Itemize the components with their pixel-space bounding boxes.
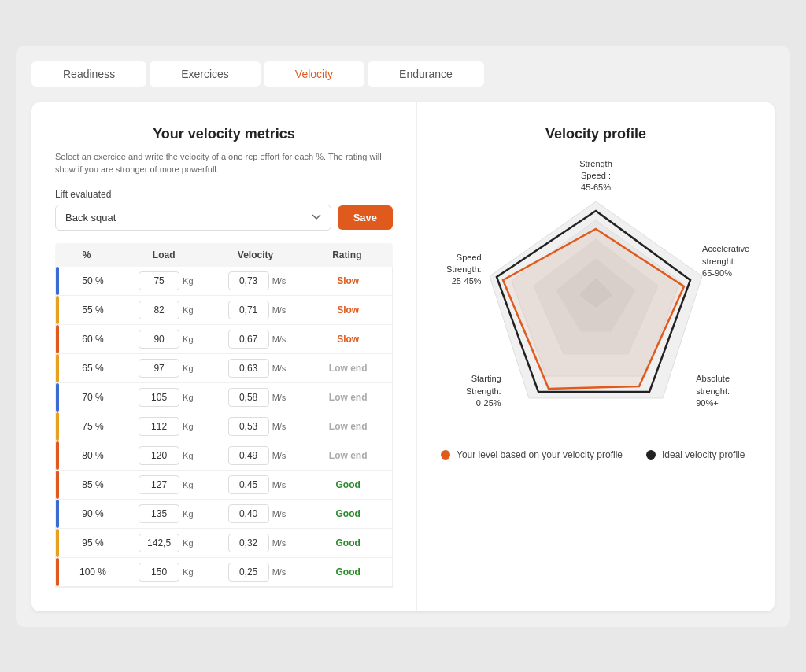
velocity-unit: M/s [272,334,287,344]
cell-velocity: M/s [210,475,301,494]
col-percent: % [55,249,118,260]
velocity-unit: M/s [272,509,287,519]
load-input[interactable] [139,359,179,378]
table-row: 80 %KgM/sLow end [56,441,392,471]
load-input[interactable] [139,388,179,407]
cell-load: Kg [119,563,210,582]
load-unit: Kg [183,334,193,344]
row-indicator [56,471,59,499]
velocity-unit: M/s [272,480,287,489]
cell-percent: 90 % [56,508,119,519]
velocity-input[interactable] [228,359,269,378]
row-indicator [56,383,59,412]
load-unit: Kg [183,451,193,460]
load-input[interactable] [139,301,179,319]
velocity-input[interactable] [228,388,269,407]
cell-load: Kg [119,330,210,349]
cell-percent: 65 % [56,363,119,374]
col-velocity: Velocity [209,249,301,260]
load-input[interactable] [139,417,179,436]
velocity-unit: M/s [272,451,287,460]
load-input[interactable] [139,504,179,523]
cell-rating: Good [301,508,392,519]
table-row: 70 %KgM/sLow end [56,383,392,412]
row-indicator [56,296,59,324]
cell-load: Kg [119,446,210,465]
cell-percent: 95 % [56,537,119,548]
cell-rating: Good [301,537,392,548]
velocity-input[interactable] [228,330,269,349]
cell-load: Kg [119,534,210,552]
cell-velocity: M/s [210,504,301,523]
cell-velocity: M/s [210,563,301,582]
cell-load: Kg [119,359,210,378]
table-row: 75 %KgM/sLow end [56,412,392,441]
cell-percent: 100 % [56,567,119,578]
load-input[interactable] [139,563,179,582]
velocity-unit: M/s [272,305,287,315]
legend-label-user: Your level based on your velocity profil… [457,449,623,460]
velocity-input[interactable] [228,271,269,290]
cell-velocity: M/s [210,301,301,319]
right-panel: Velocity profile StrengthSpeed :45-65% A… [417,102,775,611]
cell-percent: 80 % [56,450,119,461]
main-content: Your velocity metrics Select an exercice… [31,102,775,611]
cell-rating: Low end [301,421,392,432]
velocity-input[interactable] [228,475,269,494]
radar-title: Velocity profile [441,126,751,142]
tab-velocity[interactable]: Velocity [264,61,364,87]
legend-item-ideal: Ideal velocity profile [646,449,745,460]
load-unit: Kg [183,364,193,373]
velocity-unit: M/s [272,364,287,373]
tab-exercices[interactable]: Exercices [150,61,261,87]
table-row: 90 %KgM/sGood [56,500,392,529]
row-indicator [56,441,59,470]
app-container: Readiness Exercices Velocity Endurance Y… [16,46,790,627]
cell-velocity: M/s [210,446,301,465]
load-input[interactable] [139,475,179,494]
velocity-unit: M/s [272,538,287,548]
velocity-input[interactable] [228,534,269,552]
row-indicator [56,412,59,441]
cell-load: Kg [119,388,210,407]
row-indicator [56,558,59,586]
velocity-input[interactable] [228,446,269,465]
load-input[interactable] [139,534,179,552]
load-unit: Kg [183,567,193,577]
load-input[interactable] [139,446,179,465]
velocity-input[interactable] [228,301,269,319]
cell-velocity: M/s [210,417,301,436]
cell-load: Kg [119,475,210,494]
cell-load: Kg [119,301,210,319]
table-header: % Load Velocity Rating [55,243,393,267]
cell-velocity: M/s [210,388,301,407]
data-rows: 50 %KgM/sSlow55 %KgM/sSlow60 %KgM/sSlow6… [55,267,393,588]
row-indicator [56,267,59,295]
table-row: 65 %KgM/sLow end [56,354,392,383]
load-unit: Kg [183,509,193,519]
load-input[interactable] [139,330,179,349]
row-indicator [56,529,59,557]
radar-wrap: StrengthSpeed :45-65% Accelerativestreng… [454,158,738,426]
cell-rating: Good [301,479,392,490]
velocity-unit: M/s [272,393,287,402]
velocity-input[interactable] [228,417,269,436]
legend-dot-user [441,450,450,460]
cell-percent: 70 % [56,392,119,403]
cell-percent: 60 % [56,334,119,345]
velocity-unit: M/s [272,567,287,577]
velocity-input[interactable] [228,563,269,582]
cell-velocity: M/s [210,330,301,349]
tab-endurance[interactable]: Endurance [368,61,484,87]
lift-select[interactable]: Back squat [55,205,331,231]
save-button[interactable]: Save [338,205,393,230]
radar-container: StrengthSpeed :45-65% Accelerativestreng… [441,158,751,426]
tab-readiness[interactable]: Readiness [31,61,146,87]
load-input[interactable] [139,271,179,290]
cell-percent: 55 % [56,305,119,316]
row-indicator [56,354,59,382]
cell-rating: Slow [301,305,392,316]
cell-load: Kg [119,504,210,523]
velocity-input[interactable] [228,504,269,523]
panel-title: Your velocity metrics [55,126,393,142]
